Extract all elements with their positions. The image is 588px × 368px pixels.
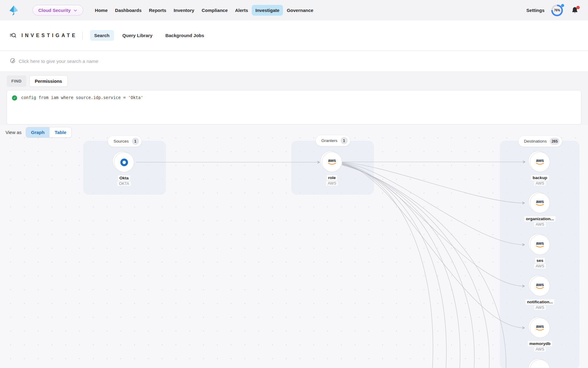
graph-canvas[interactable]: View as Graph Table	[0, 125, 588, 368]
node-organization-sublabel: AWS	[534, 222, 546, 227]
sources-pill[interactable]: Sources 1	[108, 136, 142, 147]
page-title: INVESTIGATE	[21, 33, 77, 38]
tab-background-jobs[interactable]: Background Jobs	[161, 30, 209, 41]
aws-logo-icon: aws	[535, 283, 545, 289]
view-as-control: View as Graph Table	[6, 127, 72, 138]
node-okta: Okta OKTA	[103, 152, 145, 186]
edit-pencil-icon	[10, 58, 16, 64]
view-toggle: Graph Table	[26, 127, 71, 138]
chevron-down-icon	[73, 8, 77, 13]
product-switcher[interactable]: Cloud Security	[32, 5, 83, 16]
node-organization: aws organization... AWS	[518, 193, 561, 227]
nav-item-investigate[interactable]: Investigate	[252, 5, 283, 16]
node-memorydb: aws memorydb AWS	[518, 318, 561, 351]
tab-query-library[interactable]: Query Library	[118, 30, 157, 41]
aws-logo-text: aws	[328, 159, 336, 163]
node-organization-label: organization...	[524, 216, 556, 221]
node-memorydb-circle[interactable]: aws	[530, 318, 550, 338]
okta-logo-icon	[120, 159, 128, 166]
search-name-placeholder[interactable]: Click here to give your search a name	[19, 59, 98, 64]
node-partial-circle[interactable]	[530, 359, 550, 368]
nav-item-reports[interactable]: Reports	[145, 5, 170, 16]
app-window: Cloud Security Home Dashboards Reports I…	[0, 0, 588, 368]
notification-badge-dot	[576, 6, 580, 9]
query-mode-tabs: FIND Permissions	[7, 75, 581, 87]
node-okta-sublabel: OKTA	[117, 182, 130, 186]
nav-item-home[interactable]: Home	[91, 5, 111, 16]
node-memorydb-sublabel: AWS	[534, 347, 546, 351]
node-role: aws role AWS	[311, 152, 353, 186]
edge-offscreen	[342, 164, 447, 368]
sources-count-badge: 1	[132, 138, 139, 145]
aws-logo-icon: aws	[535, 241, 545, 248]
node-okta-circle[interactable]	[114, 152, 134, 172]
destinations-pill-title: Destinations	[524, 139, 547, 144]
permissions-tab[interactable]: Permissions	[29, 75, 68, 87]
find-label: FIND	[7, 75, 26, 87]
granters-pill[interactable]: Granters 1	[315, 135, 350, 146]
investigate-tabs: Search Query Library Background Jobs	[90, 30, 209, 41]
node-backup-circle[interactable]: aws	[530, 152, 550, 172]
edge-offscreen	[342, 163, 433, 368]
graph-edges	[0, 125, 588, 368]
score-progress-ring[interactable]: 76%	[551, 4, 564, 17]
aws-logo-icon: aws	[535, 159, 545, 165]
progress-percent-label: 76%	[553, 6, 561, 15]
query-valid-check-icon: ✓	[12, 95, 17, 101]
query-editor[interactable]: ✓ config from iam where source.idp.servi…	[7, 90, 581, 125]
edge-offscreen	[342, 165, 506, 368]
notifications-button[interactable]	[571, 6, 579, 15]
nav-item-governance[interactable]: Governance	[283, 5, 317, 16]
aws-logo-text: aws	[536, 159, 544, 163]
aws-logo-text: aws	[536, 200, 544, 204]
search-name-row[interactable]: Click here to give your search a name	[0, 51, 588, 71]
node-backup: aws backup AWS	[518, 152, 561, 186]
top-navbar: Cloud Security Home Dashboards Reports I…	[0, 0, 588, 21]
nav-item-dashboards[interactable]: Dashboards	[111, 5, 145, 16]
edge-offscreen	[342, 164, 460, 368]
investigate-header: INVESTIGATE Search Query Library Backgro…	[0, 21, 588, 51]
edge-role-organization	[342, 162, 524, 203]
investigate-search-icon	[9, 32, 17, 39]
granters-pill-title: Granters	[321, 138, 337, 143]
edge-role-notification	[342, 163, 524, 286]
node-notification-sublabel: AWS	[534, 305, 546, 310]
tab-search[interactable]: Search	[90, 30, 114, 41]
progress-ring-dot	[561, 4, 564, 7]
nav-item-alerts[interactable]: Alerts	[231, 5, 252, 16]
view-toggle-table[interactable]: Table	[49, 127, 71, 137]
node-ses-circle[interactable]: aws	[530, 235, 550, 255]
destinations-pill[interactable]: Destinations 265	[518, 136, 562, 147]
destinations-count-badge: 265	[550, 138, 560, 145]
node-organization-circle[interactable]: aws	[530, 193, 550, 213]
node-memorydb-label: memorydb	[528, 341, 552, 346]
node-role-label: role	[327, 175, 337, 180]
node-ses-sublabel: AWS	[534, 264, 546, 268]
aws-logo-icon: aws	[535, 200, 545, 206]
product-switcher-label: Cloud Security	[38, 8, 71, 13]
view-as-label: View as	[6, 130, 21, 135]
edge-offscreen	[342, 164, 474, 368]
node-ses: aws ses AWS	[518, 235, 561, 268]
settings-link[interactable]: Settings	[526, 8, 545, 13]
node-notification-label: notification...	[526, 299, 554, 305]
node-backup-sublabel: AWS	[534, 181, 546, 186]
edge-role-memorydb	[342, 163, 524, 328]
nav-item-inventory[interactable]: Inventory	[170, 5, 198, 16]
view-toggle-graph[interactable]: Graph	[26, 127, 49, 137]
node-role-circle[interactable]: aws	[322, 152, 342, 172]
navbar-right: Settings 76%	[526, 4, 579, 17]
query-section: FIND Permissions ✓ config from iam where…	[0, 71, 588, 125]
nav-item-compliance[interactable]: Compliance	[198, 5, 231, 16]
header-divider	[82, 32, 83, 40]
node-notification-circle[interactable]: aws	[530, 276, 550, 296]
node-okta-label: Okta	[118, 175, 130, 181]
aws-logo-text: aws	[536, 241, 544, 245]
aws-logo-icon: aws	[327, 159, 337, 165]
granters-count-badge: 1	[341, 137, 348, 144]
node-ses-label: ses	[535, 258, 545, 263]
sources-pill-title: Sources	[114, 139, 129, 144]
aws-logo-text: aws	[536, 283, 544, 287]
query-text[interactable]: config from iam where source.idp.service…	[21, 95, 143, 100]
node-notification: aws notification... AWS	[518, 276, 561, 310]
